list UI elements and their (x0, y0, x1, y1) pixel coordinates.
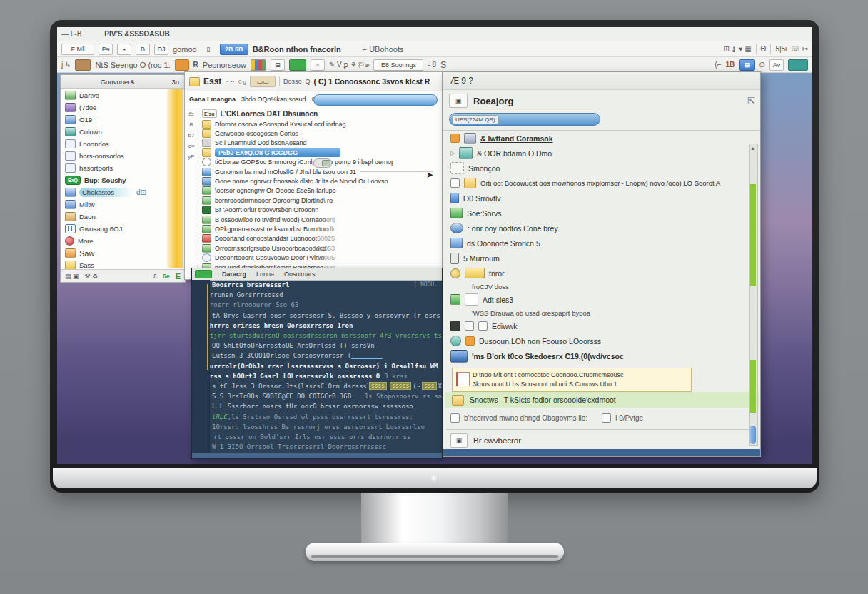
tab-lnnna[interactable]: Lnnna (256, 271, 274, 278)
phone-scissors-icons[interactable]: ☏ ✂ (791, 45, 808, 53)
flame-icon[interactable] (175, 59, 189, 71)
settings-item[interactable]: O0 Srrovtlv (448, 191, 745, 206)
stack-icon[interactable]: ⊟ (271, 59, 285, 71)
list-item[interactable]: \oorsor ogncngrw Or Ooooe Sse5n Iarlupo (199, 186, 440, 196)
settings-item[interactable]: tnror (448, 266, 745, 281)
list-item[interactable]: Dfornor osorva eSoospnd Kvsucal ocd iorf… (199, 119, 440, 129)
tools-icons[interactable]: ⚒ ♻ (85, 273, 99, 280)
gomoo-button[interactable]: gomoo (173, 45, 197, 54)
tree-item[interactable]: hasortoorls (61, 162, 182, 174)
settings-titlebar[interactable]: Æ 9 ? (443, 72, 760, 90)
tree-item-selected[interactable]: Chokastosd⊡ (61, 186, 182, 198)
settings-item[interactable]: Adt sles3 (448, 292, 745, 307)
list-item[interactable]: Gooe nome ogorvcr froosaok dlstc.Jr lta … (199, 176, 440, 186)
highlighted-option-row[interactable]: Snoctws T kSicts fodlor orsooolde'cxdmoo… (445, 392, 759, 408)
list-item[interactable]: Gonomsn ba med mOlosllG / Jhsl ble tsoo … (199, 167, 440, 176)
rail-ye-icon[interactable]: yE (188, 153, 194, 160)
checkbox[interactable] (602, 413, 611, 423)
scroll-up-icon[interactable]: ▲ (750, 146, 755, 151)
checkbox[interactable] (478, 321, 488, 331)
tree-item[interactable]: (7doe (61, 101, 182, 114)
tree-item[interactable]: Gwosang 6OJ (61, 223, 182, 235)
list-item[interactable]: OPkgpoansoswst re ksvoorbst Bornnoc3oodk (199, 224, 440, 233)
grid-icon[interactable]: ⊞ (739, 59, 755, 71)
q-icon[interactable]: Q (306, 78, 311, 85)
null-icon[interactable]: ∅ (759, 61, 765, 69)
dj-icon[interactable]: DJ (154, 44, 168, 55)
tree-item[interactable]: hors-oonsorlos (61, 150, 182, 162)
tree-item[interactable]: Miltw (61, 198, 182, 211)
pin-icon[interactable]: ⇱ (747, 96, 755, 106)
checkbox[interactable] (465, 321, 474, 331)
list-item[interactable]: Gerwoooo osoogosen Cortos (199, 129, 440, 138)
beige-button[interactable]: ▭▭ (250, 76, 276, 87)
file-button-group[interactable]: F M‖ (61, 44, 94, 55)
settings-item[interactable]: ▷& OOR.bdamn O Dmo (448, 146, 745, 161)
rail-c-icon[interactable]: c= (188, 143, 195, 149)
tree-item[interactable]: O19 (61, 114, 182, 126)
dosso-button[interactable]: Dosso (283, 78, 302, 85)
package-icon[interactable] (75, 59, 91, 71)
bold-icon[interactable]: B (136, 44, 150, 55)
list-item[interactable]: tiCborae GOPSoc Smmorog iC.mlp oCoo pomp… (199, 158, 440, 167)
titlebar-glyphs[interactable]: Æ 9 ? (450, 76, 473, 86)
list-item[interactable]: Br 'Aoorrt orlur troovvrsbon Orooonn (199, 206, 440, 215)
onebee-icon[interactable]: 1B (725, 61, 735, 69)
save-icon[interactable]: ▪ (117, 44, 131, 55)
checkbox[interactable] (450, 413, 460, 423)
chart-bars-icon[interactable] (251, 59, 266, 71)
clip-icon[interactable]: ▯ (201, 44, 216, 55)
nav-icons[interactable]: j ↳ (61, 61, 71, 69)
settings-item[interactable]: Orti oo: Bocowucst oos mowhonos mxplomso… (448, 176, 745, 191)
teal-swatch-icon[interactable] (788, 59, 808, 71)
tree-item[interactable]: Dartvo (61, 89, 182, 101)
rail-b7-icon[interactable]: b7 (188, 132, 195, 139)
settings-item[interactable]: Smonçoo (448, 161, 745, 176)
pound-icon[interactable]: £ (153, 273, 157, 280)
tab-oosoxnars[interactable]: Oosoxnars (284, 271, 316, 278)
settings-item[interactable]: Dusooun.LOh non Foouso LOoorsss (448, 333, 745, 348)
toolbar-right-label[interactable]: ⌐ UBohoots (363, 45, 404, 54)
list-item[interactable]: B ossoowlloo ro trvdrtd wood) CornaooOoo… (199, 215, 440, 224)
window-tools-icons[interactable]: ⊞ ⚷ ♥ ▦ (723, 45, 751, 53)
expander-icon[interactable]: ▷ (450, 150, 455, 156)
sub-left-label[interactable]: Gana Lmangna (189, 96, 236, 103)
menu-left[interactable]: — L-B (61, 30, 81, 38)
option-checkbox-row[interactable]: b'ncorrvod mwno dhngd Obagovms ilo: i 0/… (450, 413, 745, 423)
settings-button[interactable]: E8 Soonngs (373, 59, 423, 71)
stamp-icons[interactable]: ✎ V ꝑ ⚘ ⛿ ⸙ (329, 61, 370, 69)
tree-item[interactable]: More (61, 235, 182, 247)
view-toggle-icons[interactable]: ▤ ▣ (65, 273, 79, 280)
s-icon[interactable]: S (440, 60, 446, 70)
panel-footer-row[interactable]: ▣ Br cwvbecror (450, 433, 521, 448)
settings-item[interactable]: Soe:Sorvs (448, 206, 745, 221)
tree-item[interactable]: Colown (61, 126, 182, 138)
list-item[interactable]: Sc i Lnamnuld Dod bsonAosand (199, 139, 440, 148)
tree-header-badge[interactable]: 3u (171, 78, 179, 86)
toggle-switch[interactable] (313, 158, 332, 168)
rail-folder-icon[interactable]: 🗀 (188, 111, 194, 117)
tree-item[interactable]: Lnoonrlos (61, 138, 182, 150)
tree-item[interactable]: Daon (61, 211, 182, 223)
checkbox[interactable] (450, 178, 460, 188)
run-button[interactable]: 2B 6B (220, 44, 248, 55)
panel-scrollbar[interactable]: ▲ (749, 144, 758, 446)
av-chip[interactable]: Av (769, 59, 784, 71)
list-item[interactable]: Booortand conoostanddsr Lubnooot58025 (199, 234, 440, 243)
scroll-thumb[interactable] (750, 426, 756, 444)
settings-item[interactable]: 5 Murroum (448, 251, 745, 266)
tree-header[interactable]: Gouvnner& 3u (61, 75, 185, 89)
globe-icon[interactable]: Θ (761, 45, 767, 53)
console-body[interactable]: ( NODU. ⊦Boosrrca brsaresssrl ⊧BDsrrunsn… (192, 280, 442, 453)
settings-item[interactable]: Ediwwk (448, 318, 745, 333)
settings-item[interactable]: 'ms B'ork t0co Skedoesrx C19,(0(wd/vcsoc (448, 348, 745, 363)
settings-item[interactable]: : onr ooy nodtos Cone brey (448, 221, 745, 236)
tree-item-highlighted[interactable]: ExQBup: Soushy (61, 174, 182, 186)
list-item[interactable]: Deoonrtooont Cosuvoowo Door Pvlrvo13005 (199, 253, 440, 262)
green-block-icon[interactable] (289, 59, 306, 71)
right-lead-icon[interactable]: (⌐ (715, 61, 721, 69)
list-item[interactable]: bornrooodrrrnnooer Oproorrig Dlortlnd\ r… (199, 196, 440, 205)
rail-b-icon[interactable]: B (189, 121, 193, 128)
settings-item[interactable]: & lwttand Coramsok (448, 131, 745, 146)
sub-mid-label[interactable]: 3bdo OQn%kan sosud (241, 96, 306, 103)
